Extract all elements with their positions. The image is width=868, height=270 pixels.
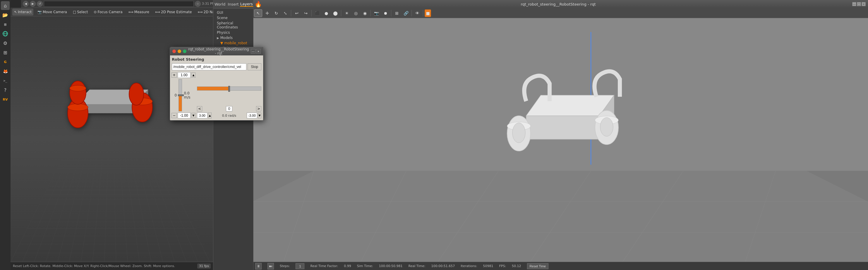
bc-bookmark[interactable]: ☆ bbox=[195, 1, 201, 7]
linear-min-spin[interactable]: ▼ bbox=[191, 113, 195, 118]
measure-button[interactable]: ⟺ Measure bbox=[127, 8, 151, 16]
tree-physics[interactable]: Physics bbox=[215, 30, 252, 35]
angular-right-btn[interactable]: > bbox=[256, 106, 261, 111]
gz-view-btn[interactable]: 👁 bbox=[413, 9, 422, 17]
bc-forward[interactable]: ▶ bbox=[30, 1, 36, 7]
gz-rotate-tool[interactable]: ↻ bbox=[272, 9, 280, 17]
gz-snap-btn[interactable]: 🔗 bbox=[402, 9, 410, 17]
rqt-maximize-btn[interactable] bbox=[183, 50, 186, 53]
gz-directional-btn[interactable]: ◉ bbox=[361, 9, 369, 17]
dock-icon-help[interactable]: ? bbox=[1, 86, 10, 94]
rqt-min-icon[interactable]: — bbox=[251, 49, 255, 54]
rqt-minimize-btn[interactable] bbox=[178, 50, 181, 53]
gz-align-btn[interactable]: ⊞ bbox=[393, 9, 401, 17]
linear-max-input[interactable] bbox=[178, 72, 190, 78]
rqt-close-btn[interactable] bbox=[173, 50, 176, 53]
tree-spherical[interactable]: Spherical Coordinates bbox=[215, 21, 252, 30]
gz-pause-btn[interactable]: ⏸ bbox=[255, 263, 261, 269]
angular-max-input[interactable] bbox=[197, 113, 208, 118]
gazebo-left-panel: ◀ ▶ ↺ ☆ 3:31 PM ☰ ↖ Interact 📷 Move Came… bbox=[10, 0, 213, 270]
svg-point-12 bbox=[70, 85, 86, 91]
gz-undo-btn[interactable]: ↩ bbox=[293, 9, 301, 17]
pose-estimate-button[interactable]: ⟺ 2D Pose Estimate bbox=[153, 8, 194, 16]
linear-slider-thumb[interactable] bbox=[178, 94, 184, 96]
bc-reload[interactable]: ↺ bbox=[37, 1, 43, 7]
gz-spot-btn[interactable]: ◎ bbox=[352, 9, 360, 17]
angular-center-val: 0 bbox=[226, 106, 232, 111]
angular-slider-thumb[interactable] bbox=[228, 86, 230, 92]
focus-camera-button[interactable]: ⊙ Focus Camera bbox=[92, 8, 124, 16]
gz-box-btn[interactable]: ⬛ bbox=[313, 9, 321, 17]
layers-tab[interactable]: Layers bbox=[240, 2, 253, 7]
interact-button[interactable]: ↖ Interact bbox=[12, 8, 33, 16]
gz-sphere-btn[interactable]: ● bbox=[322, 9, 331, 17]
angular-left-btn[interactable]: < bbox=[197, 106, 202, 111]
linear-min-input[interactable] bbox=[178, 113, 190, 118]
status-text: Reset Left-Click: Rotate. Middle-Click: … bbox=[13, 264, 175, 268]
rqt-close-icon[interactable]: ✕ bbox=[256, 49, 261, 54]
dock-icon-terminal[interactable]: ▤ bbox=[1, 20, 10, 29]
tree-models-header[interactable]: ▶ Models bbox=[215, 35, 252, 40]
dock-icon-settings[interactable]: ⚙ bbox=[1, 39, 10, 48]
tree-model-name[interactable]: ▼ mobile_robot bbox=[218, 40, 252, 46]
reset-time-button[interactable]: Reset Time bbox=[527, 263, 549, 269]
gz-sep-6 bbox=[411, 10, 412, 17]
model-name-label: mobile_robot bbox=[224, 41, 247, 45]
gz-title: rqt_robot_steering__RobotSteering - rqt bbox=[266, 2, 850, 6]
linear-max-spin[interactable]: ▲ bbox=[191, 73, 195, 78]
linear-slider-track[interactable] bbox=[179, 79, 182, 111]
dock-icon-home[interactable]: ⌂ bbox=[1, 1, 10, 10]
dock-icon-gazebo[interactable]: G bbox=[1, 57, 10, 66]
dock-icon-firefox[interactable]: 🦊 bbox=[1, 67, 10, 76]
realtime-factor-label: Real Time Factor: bbox=[310, 264, 338, 268]
gz-3d-viewport[interactable] bbox=[252, 18, 868, 262]
dock-icon-robot[interactable]: RV bbox=[1, 95, 10, 104]
select-button[interactable]: □ Select bbox=[71, 8, 90, 16]
gz-select-tool[interactable]: ↖ bbox=[254, 9, 262, 17]
grid-overlay bbox=[10, 158, 213, 262]
dock-icon-apps[interactable]: ⊞ bbox=[1, 48, 10, 57]
steps-label: Steps: bbox=[280, 264, 290, 268]
tree-gui[interactable]: GUI bbox=[215, 10, 252, 15]
gz-redo-btn[interactable]: ↪ bbox=[302, 9, 310, 17]
gz-titlebar: 🔥 rqt_robot_steering__RobotSteering - rq… bbox=[252, 0, 868, 8]
world-tab[interactable]: World bbox=[213, 2, 226, 6]
gz-scale-tool[interactable]: ⤡ bbox=[281, 9, 289, 17]
angular-slider-track[interactable] bbox=[197, 86, 261, 90]
tree-scene[interactable]: Scene bbox=[215, 15, 252, 21]
gz-step-btn[interactable]: ⏭ bbox=[268, 263, 274, 269]
steps-input[interactable] bbox=[296, 263, 304, 269]
bc-url-input[interactable] bbox=[44, 1, 194, 7]
gz-active-mode-btn[interactable]: ■ bbox=[425, 9, 431, 17]
nav-icon: ⟺ bbox=[197, 10, 203, 14]
gz-screenshot-btn[interactable]: 📷 bbox=[372, 9, 380, 17]
gz-statusbar: ⏸ ⏭ Steps: Real Time Factor: 0.99 Sim Ti… bbox=[252, 262, 868, 270]
gz-cylinder-btn[interactable]: ⬤ bbox=[331, 9, 339, 17]
bc-back[interactable]: ◀ bbox=[23, 1, 29, 7]
realtime-factor-val: 0.99 bbox=[344, 264, 351, 268]
linear-control: + ▲ 0 0.0 m/s − bbox=[172, 72, 195, 118]
angular-min-input[interactable] bbox=[247, 113, 257, 118]
dock-icon-browser[interactable] bbox=[1, 29, 10, 38]
gz-translate-tool[interactable]: ✛ bbox=[263, 9, 271, 17]
model-expand-arrow: ▼ bbox=[220, 41, 223, 45]
gz-close-btn[interactable]: ✕ bbox=[862, 2, 866, 6]
rqt-stop-button[interactable]: Stop bbox=[248, 63, 261, 70]
gz-record-btn[interactable]: ⏺ bbox=[381, 9, 390, 17]
dock-icon-files[interactable]: 📂 bbox=[1, 10, 10, 19]
angular-max-spin[interactable]: ▲ bbox=[208, 113, 212, 118]
angular-bottom-row: < 0 > bbox=[197, 106, 261, 111]
gz-toolbar: ↖ ✛ ↻ ⤡ ↩ ↪ ⬛ ● ⬤ ☀ ◎ ◉ 📷 ⏺ ⊞ 🔗 👁 ■ bbox=[252, 8, 868, 18]
gz-sun-btn[interactable]: ☀ bbox=[343, 9, 351, 17]
rqt-topic-input[interactable] bbox=[172, 63, 246, 70]
dock-icon-cmd[interactable]: >_ bbox=[1, 76, 10, 85]
pose-icon: ⟺ bbox=[155, 10, 160, 14]
linear-minus-btn[interactable]: − bbox=[172, 113, 177, 118]
gz-restore-btn[interactable]: □ bbox=[857, 2, 861, 6]
angular-min-spin[interactable]: ▼ bbox=[258, 113, 261, 118]
gz-minimize-btn[interactable]: — bbox=[852, 2, 856, 6]
move-camera-button[interactable]: 📷 Move Camera bbox=[36, 8, 69, 16]
linear-plus-btn[interactable]: + bbox=[172, 73, 177, 78]
rqt-window-title: rqt_robot_steering__RobotSteering - rqt bbox=[188, 47, 249, 55]
insert-tab[interactable]: Insert bbox=[226, 2, 240, 6]
